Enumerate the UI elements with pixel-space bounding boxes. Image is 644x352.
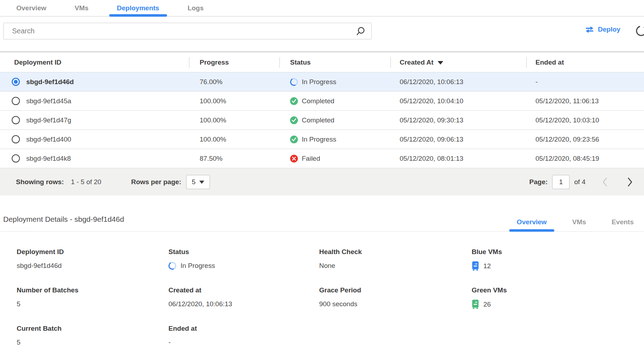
status-cell: Completed (279, 97, 390, 105)
field-label: Blue VMs (472, 248, 644, 256)
field-blue-vms: Blue VMs 12 (472, 248, 644, 271)
status-cell: In Progress (279, 78, 390, 86)
column-label: Created At (400, 59, 433, 66)
field-value: 26 (472, 299, 644, 309)
field-current-batch: Current Batch 5 (17, 325, 168, 347)
pagination-controls: Page: of 4 (529, 175, 633, 189)
row-radio[interactable] (12, 154, 20, 163)
created-at-value: 05/12/2020, 09:06:13 (390, 136, 526, 143)
table-row[interactable]: sbgd-9ef1d47g 100.00% Completed 05/12/20… (0, 110, 644, 130)
table-row[interactable]: sbgd-9ef1d46d 76.00% In Progress 06/12/2… (0, 72, 644, 91)
table-row[interactable]: sbgd-9ef1d400 100.00% In Progress 05/12/… (0, 130, 644, 149)
row-radio[interactable] (12, 135, 20, 143)
field-label: Grace Period (319, 286, 472, 294)
progress-value: 100.00% (189, 136, 279, 143)
details-grid: Deployment ID sbgd-9ef1d46d Status In Pr… (0, 248, 644, 347)
field-label: Number of Batches (17, 286, 168, 294)
field-value: 5 (17, 338, 168, 347)
field-grace-period: Grace Period 900 seconds (319, 286, 472, 309)
search-icon[interactable] (356, 26, 366, 36)
ended-at-value: 05/12/2020, 09:23:56 (526, 136, 644, 143)
deploy-button[interactable]: Deploy (585, 26, 620, 33)
created-at-value: 05/12/2020, 09:30:13 (390, 116, 526, 124)
details-tab-events[interactable]: Events (604, 213, 641, 231)
progress-value: 100.00% (189, 97, 279, 105)
field-value: In Progress (168, 261, 319, 270)
details-tab-overview[interactable]: Overview (509, 213, 554, 231)
column-header-deployment-id: Deployment ID (0, 53, 189, 72)
field-label: Deployment ID (17, 248, 168, 256)
status-label: In Progress (302, 78, 336, 86)
row-radio[interactable] (12, 116, 20, 124)
column-header-created-at[interactable]: Created At (390, 53, 526, 72)
page-total-label: of 4 (574, 178, 585, 186)
field-label: Status (168, 248, 319, 256)
status-label: Completed (302, 97, 334, 105)
created-at-value: 05/12/2020, 10:04:10 (390, 97, 526, 105)
main-tab-bar: Overview VMs Deployments Logs (0, 0, 644, 17)
search-input[interactable] (4, 23, 356, 39)
chevron-right-icon[interactable] (627, 177, 633, 187)
deploy-button-label: Deploy (598, 26, 620, 33)
table-row[interactable]: sbgd-9ef1d45a 100.00% Completed 05/12/20… (0, 91, 644, 110)
field-label: Health Check (319, 248, 472, 256)
refresh-icon[interactable] (635, 24, 644, 37)
field-status: Status In Progress (168, 248, 319, 271)
field-value: 12 (472, 261, 644, 271)
column-header-ended-at: Ended at (526, 53, 644, 72)
deployment-details-section: Deployment Details - sbgd-9ef1d46d Overv… (0, 196, 644, 347)
tab-overview[interactable]: Overview (9, 0, 54, 16)
field-value: 900 seconds (319, 299, 472, 309)
created-at-value: 06/12/2020, 10:06:13 (390, 78, 526, 86)
column-label: Deployment ID (14, 59, 61, 66)
field-value: 5 (17, 299, 168, 309)
status-cell: Failed (279, 155, 390, 163)
status-cell: In Progress (279, 136, 390, 143)
details-header: Deployment Details - sbgd-9ef1d46d Overv… (0, 196, 644, 232)
field-label: Ended at (168, 325, 319, 332)
tab-vms[interactable]: VMs (67, 0, 96, 16)
status-check-icon (290, 116, 298, 124)
deployment-id: sbgd-9ef1d45a (26, 97, 71, 105)
search-box (3, 23, 372, 39)
details-tab-vms[interactable]: VMs (565, 213, 594, 231)
column-header-status: Status (279, 53, 390, 72)
details-title: Deployment Details - sbgd-9ef1d46d (3, 215, 124, 224)
blue-vms-count: 12 (483, 262, 491, 270)
tab-deployments[interactable]: Deployments (109, 0, 167, 16)
field-label: Created at (168, 286, 319, 294)
table-row[interactable]: sbgd-9ef1d4k8 87.50% Failed 05/12/2020, … (0, 149, 644, 168)
toolbar: Deploy (0, 17, 644, 51)
status-spinner-icon (167, 261, 177, 271)
status-label: Completed (302, 116, 334, 124)
row-radio-selected[interactable] (12, 78, 20, 86)
ended-at-value: 05/12/2020, 08:45:19 (526, 155, 644, 163)
field-label: Green VMs (472, 286, 644, 294)
ended-at-value: 05/12/2020, 10:03:10 (526, 116, 644, 124)
progress-value: 87.50% (189, 155, 279, 163)
rows-per-page-value: 5 (192, 178, 196, 186)
row-radio[interactable] (12, 97, 20, 105)
ended-at-value: 05/12/2020, 11:06:13 (526, 97, 644, 105)
column-label: Ended at (535, 59, 564, 66)
deployment-id: sbgd-9ef1d46d (26, 78, 74, 86)
deployments-table: Deployment ID Progress Status Created At… (0, 51, 644, 196)
field-health-check: Health Check None (319, 248, 472, 271)
field-value: sbgd-9ef1d46d (17, 261, 168, 270)
chevron-left-icon[interactable] (602, 177, 607, 187)
status-check-icon (290, 136, 298, 143)
sort-caret-down-icon[interactable] (438, 61, 443, 65)
swap-arrows-icon (585, 26, 594, 33)
status-cell: Completed (279, 116, 390, 124)
tab-logs[interactable]: Logs (180, 0, 211, 16)
field-deployment-id: Deployment ID sbgd-9ef1d46d (17, 248, 168, 271)
field-number-of-batches: Number of Batches 5 (17, 286, 168, 309)
column-header-progress: Progress (189, 53, 279, 72)
field-created-at: Created at 06/12/2020, 10:06:13 (168, 286, 319, 309)
field-green-vms: Green VMs 26 (472, 286, 644, 309)
deployment-id: sbgd-9ef1d4k8 (26, 155, 71, 163)
table-header-row: Deployment ID Progress Status Created At… (0, 53, 644, 72)
page-number-input[interactable] (552, 175, 570, 189)
field-label: Current Batch (17, 325, 168, 332)
rows-per-page-select[interactable]: 5 (186, 175, 210, 189)
